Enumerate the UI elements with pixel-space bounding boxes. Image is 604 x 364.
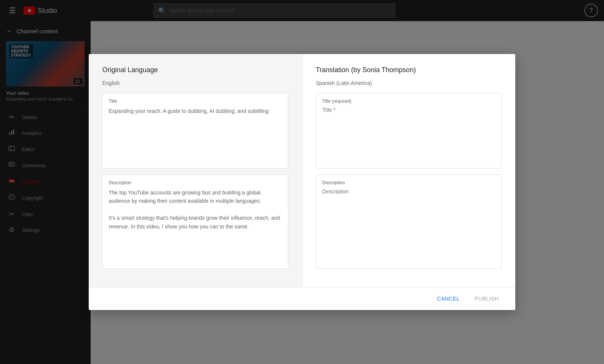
modal-footer: CANCEL PUBLISH xyxy=(89,287,515,310)
translation-desc-field: Description xyxy=(316,174,502,269)
translation-modal: Original Language English Title Expandin… xyxy=(89,54,515,310)
original-desc-field: Description The top YouTube accounts are… xyxy=(102,174,288,269)
original-desc-label: Description xyxy=(109,180,282,185)
original-language-label: English xyxy=(102,80,288,86)
translation-title: Translation (by Sonia Thompson) xyxy=(316,66,502,74)
translation-lang-label: Spanish (Latin America) xyxy=(316,80,502,86)
original-language-title: Original Language xyxy=(102,66,288,74)
modal-left-panel: Original Language English Title Expandin… xyxy=(89,54,302,287)
translation-desc-input[interactable] xyxy=(322,188,496,261)
modal-overlay: Original Language English Title Expandin… xyxy=(0,0,604,364)
modal-right-panel: Translation (by Sonia Thompson) Spanish … xyxy=(302,54,516,287)
cancel-button[interactable]: CANCEL xyxy=(431,293,466,305)
original-title-field: Title Expanding your reach: A guide to d… xyxy=(102,93,288,168)
modal-body: Original Language English Title Expandin… xyxy=(89,54,515,287)
translation-title-input[interactable] xyxy=(322,107,496,155)
translation-title-label: Title (required) xyxy=(322,99,496,104)
publish-button[interactable]: PUBLISH xyxy=(469,293,505,305)
original-title-value: Expanding your reach: A guide to dubbing… xyxy=(109,107,282,115)
translation-desc-label: Description xyxy=(322,180,496,185)
original-title-label: Title xyxy=(109,99,282,104)
original-desc-value: The top YouTube accounts are growing fas… xyxy=(109,188,282,231)
translation-title-field: Title (required) xyxy=(316,93,502,168)
